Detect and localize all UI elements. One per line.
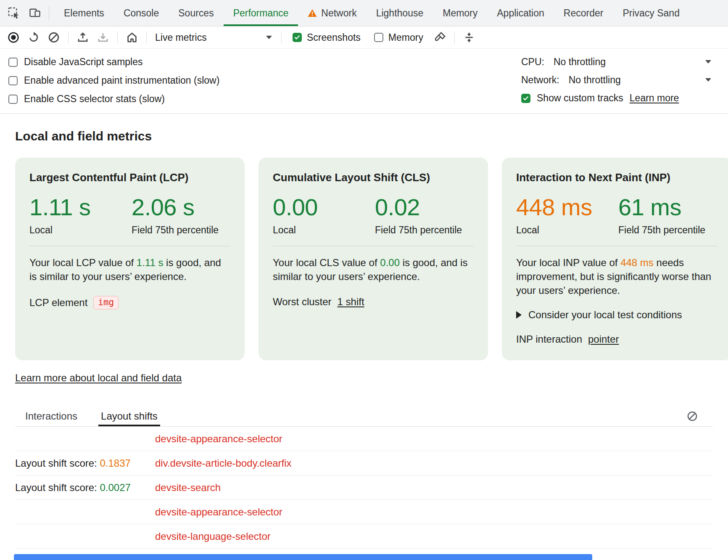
score-value: 0.1837	[100, 457, 130, 469]
field-label: Field 75th percentile	[618, 224, 717, 237]
divider	[68, 32, 69, 43]
disclosure-label: Consider your local test conditions	[528, 309, 682, 321]
chevron-down-icon	[266, 36, 272, 39]
tab-label: Network	[321, 8, 356, 19]
tab-interactions[interactable]: Interactions	[23, 406, 80, 426]
divider	[117, 32, 118, 43]
panel-tab-strip: Elements Console Sources Performance Net…	[54, 0, 728, 26]
tab-label: Lighthouse	[376, 8, 424, 19]
test-conditions-disclosure[interactable]: Consider your local test conditions	[516, 309, 717, 321]
inp-interaction-link[interactable]: pointer	[588, 333, 619, 345]
logs-section: Interactions Layout shifts devsite-appea…	[15, 406, 713, 560]
tabbar-left-controls	[0, 0, 54, 26]
memory-label: Memory	[388, 32, 423, 43]
score-label: Layout shift score:	[15, 457, 100, 469]
clear-log-button[interactable]	[683, 407, 702, 426]
cpu-throttle-select[interactable]: CPU: No throttling	[521, 56, 711, 67]
save-profile-button[interactable]	[94, 28, 112, 47]
garbage-collect-button[interactable]	[431, 28, 449, 47]
score-value: 0.0027	[100, 482, 130, 493]
element-link[interactable]: devsite-language-selector	[155, 531, 271, 542]
element-link[interactable]: devsite-appearance-selector	[155, 506, 282, 518]
local-label: Local	[273, 224, 375, 237]
upload-icon	[76, 31, 89, 44]
horizontal-scrollbar-thumb[interactable]	[14, 554, 592, 560]
tab-performance[interactable]: Performance	[224, 0, 298, 26]
tab-application[interactable]: Application	[487, 0, 554, 26]
device-toolbar-button[interactable]	[25, 3, 45, 23]
view-mode-select[interactable]: Live metrics	[151, 29, 277, 46]
home-button[interactable]	[123, 28, 141, 47]
metric-description: Your local CLS value of 0.00 is good, an…	[273, 256, 474, 283]
tab-label: Memory	[443, 8, 477, 19]
tab-elements[interactable]: Elements	[54, 0, 114, 26]
triangle-right-icon	[516, 311, 522, 319]
element-link[interactable]: div.devsite-article-body.clearfix	[155, 457, 292, 469]
chevron-down-icon	[705, 78, 711, 82]
logs-tab-strip: Interactions Layout shifts	[15, 406, 713, 427]
desc-value: 448 ms	[620, 257, 654, 268]
memory-checkbox[interactable]: Memory	[374, 32, 423, 43]
tab-memory[interactable]: Memory	[433, 0, 487, 26]
metric-card-lcp: Largest Contentful Paint (LCP) 1.11 s Lo…	[15, 158, 245, 360]
metric-card-cls: Cumulative Layout Shift (CLS) 0.00 Local…	[258, 158, 488, 360]
local-label: Local	[29, 224, 132, 237]
table-row[interactable]: devsite-language-selector	[15, 524, 713, 549]
custom-tracks-learn-more-link[interactable]: Learn more	[630, 92, 679, 104]
option-label: Enable CSS selector stats (slow)	[24, 93, 165, 105]
tab-label: Application	[497, 8, 544, 19]
lcp-element-row: LCP element img	[29, 296, 230, 309]
tab-layout-shifts[interactable]: Layout shifts	[98, 406, 160, 426]
load-profile-button[interactable]	[74, 28, 92, 47]
cls-field-value: 0.02	[375, 195, 474, 220]
element-link[interactable]: devsite-search	[155, 482, 221, 494]
divider	[273, 246, 474, 246]
local-field-learn-more-link[interactable]: Learn more about local and field data	[15, 372, 182, 384]
lcp-element-badge[interactable]: img	[93, 296, 119, 309]
tab-privacy-sandbox[interactable]: Privacy Sand	[613, 0, 689, 26]
metric-values: 448 ms Local 61 ms Field 75th percentile	[516, 195, 717, 237]
layout-shift-rows: devsite-appearance-selector Layout shift…	[15, 427, 713, 560]
inp-interaction-row: INP interaction pointer	[516, 333, 717, 345]
divider	[146, 32, 147, 43]
tab-lighthouse[interactable]: Lighthouse	[367, 0, 433, 26]
cpu-label: CPU:	[521, 56, 544, 68]
collapse-tracks-button[interactable]	[460, 28, 478, 47]
network-throttle-select[interactable]: Network: No throttling	[521, 74, 711, 85]
home-icon	[126, 31, 138, 44]
tab-recorder[interactable]: Recorder	[554, 0, 613, 26]
screenshots-checkbox[interactable]: Screenshots	[293, 32, 361, 43]
warning-icon	[308, 9, 317, 17]
table-row[interactable]: devsite-appearance-selector	[15, 500, 713, 524]
checkbox-unchecked-icon	[374, 33, 383, 42]
record-button[interactable]	[4, 28, 23, 47]
divider	[454, 32, 455, 43]
option-label: Enable advanced paint instrumentation (s…	[24, 75, 219, 86]
checkbox-checked-icon[interactable]	[521, 94, 530, 103]
reload-and-record-button[interactable]	[24, 28, 43, 47]
tab-label: Elements	[64, 8, 104, 19]
element-link[interactable]: devsite-appearance-selector	[155, 433, 282, 445]
table-row[interactable]: devsite-appearance-selector	[15, 427, 713, 451]
inspect-icon	[8, 7, 20, 19]
tab-sources[interactable]: Sources	[169, 0, 223, 26]
desc-value: 0.00	[380, 257, 400, 268]
footer-label: Worst cluster	[273, 296, 332, 308]
tab-console[interactable]: Console	[114, 0, 169, 26]
collapse-icon	[463, 31, 475, 44]
tab-label: Recorder	[564, 8, 604, 19]
worst-cluster-link[interactable]: 1 shift	[338, 296, 364, 308]
table-row[interactable]: Layout shift score: 0.1837 div.devsite-a…	[15, 451, 713, 475]
clear-button[interactable]	[45, 28, 63, 47]
card-title: Interaction to Next Paint (INP)	[516, 171, 717, 184]
option-label: Disable JavaScript samples	[24, 56, 143, 68]
metric-cards: Largest Contentful Paint (LCP) 1.11 s Lo…	[15, 158, 713, 360]
field-label: Field 75th percentile	[132, 224, 230, 237]
tab-network[interactable]: Network	[298, 0, 366, 26]
worst-cluster-row: Worst cluster 1 shift	[273, 296, 474, 308]
table-row[interactable]: Layout shift score: 0.0027 devsite-searc…	[15, 475, 713, 500]
inspect-element-button[interactable]	[4, 3, 24, 23]
checkbox-unchecked-icon	[8, 58, 18, 67]
footer-label: INP interaction	[516, 333, 582, 345]
divider	[49, 6, 49, 20]
